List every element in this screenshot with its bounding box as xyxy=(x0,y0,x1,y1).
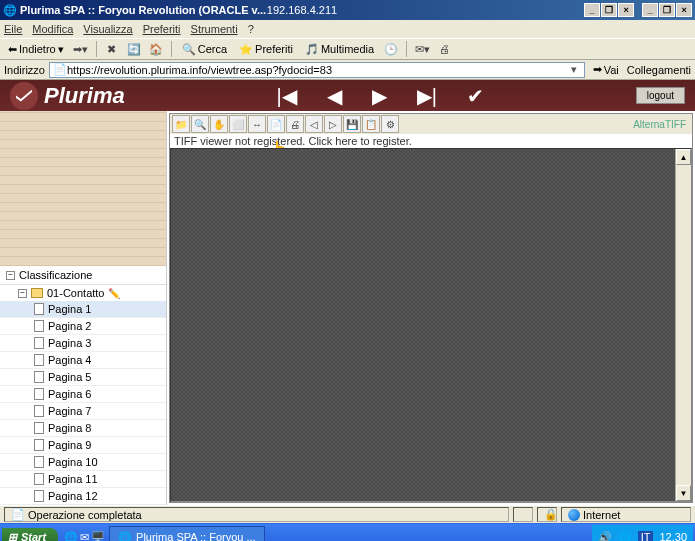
folder-label[interactable]: 01-Contatto xyxy=(47,287,104,299)
multimedia-button[interactable]: 🎵Multimedia xyxy=(301,42,378,57)
vt-copy-button[interactable]: 📋 xyxy=(362,115,380,133)
page-icon xyxy=(34,490,44,502)
tree-page-item[interactable]: Pagina 10 xyxy=(0,454,166,471)
refresh-button[interactable]: 🔄 xyxy=(125,40,143,58)
page-icon: 📄 xyxy=(53,63,67,76)
menu-preferiti[interactable]: Preferiti xyxy=(143,23,181,35)
links-label[interactable]: Collegamenti xyxy=(627,64,691,76)
nav-prev-button[interactable]: ◀ xyxy=(327,84,342,108)
page-icon xyxy=(34,354,44,366)
quicklaunch-desktop-icon[interactable]: 🖥️ xyxy=(91,531,105,542)
address-dropdown[interactable]: ▾ xyxy=(567,63,581,76)
page-label: Pagina 4 xyxy=(48,354,91,366)
page-label: Pagina 6 xyxy=(48,388,91,400)
restore-button[interactable]: ❐ xyxy=(601,3,617,17)
vt-zoom-button[interactable]: 🔍 xyxy=(191,115,209,133)
status-panel-2 xyxy=(513,507,533,522)
print-button[interactable]: 🖨 xyxy=(435,40,453,58)
address-label: Indirizzo xyxy=(4,64,45,76)
tree-page-item[interactable]: Pagina 7 xyxy=(0,403,166,420)
nav-check-button[interactable]: ✔ xyxy=(467,84,484,108)
outer-restore-button[interactable]: ❐ xyxy=(659,3,675,17)
nav-first-button[interactable]: |◀ xyxy=(277,84,297,108)
tree-page-item[interactable]: Pagina 9 xyxy=(0,437,166,454)
outer-minimize-button[interactable]: _ xyxy=(642,3,658,17)
media-icon: 🎵 xyxy=(305,43,319,56)
mail-button[interactable]: ✉▾ xyxy=(413,40,431,58)
vt-page-button[interactable]: 📄 xyxy=(267,115,285,133)
page-icon xyxy=(34,388,44,400)
tree-page-item[interactable]: Pagina 5 xyxy=(0,369,166,386)
quicklaunch-ie-icon[interactable]: 🌐 xyxy=(64,531,78,542)
vt-hand-button[interactable]: ✋ xyxy=(210,115,228,133)
vt-open-button[interactable]: 📁 xyxy=(172,115,190,133)
tree-page-item[interactable]: Pagina 2 xyxy=(0,318,166,335)
page-label: Pagina 7 xyxy=(48,405,91,417)
task-ie-icon: 🌐 xyxy=(118,531,132,542)
vt-prev-button[interactable]: ◁ xyxy=(305,115,323,133)
vt-tool-button[interactable]: ⚙ xyxy=(381,115,399,133)
tray-lang[interactable]: IT xyxy=(638,531,654,541)
viewer-canvas: ▲ ▼ xyxy=(170,148,692,502)
tray-icon-2[interactable]: 🌐 xyxy=(618,531,632,542)
vt-width-button[interactable]: ↔ xyxy=(248,115,266,133)
titlebar-ip: 192.168.4.211 xyxy=(267,4,337,16)
done-icon: 📄 xyxy=(11,508,25,521)
menu-help[interactable]: ? xyxy=(248,23,254,35)
vt-fit-button[interactable]: ⬜ xyxy=(229,115,247,133)
tree-page-item[interactable]: Pagina 12 xyxy=(0,488,166,505)
forward-button[interactable]: ➡▾ xyxy=(72,40,90,58)
home-button[interactable]: 🏠 xyxy=(147,40,165,58)
history-button[interactable]: 🕒 xyxy=(382,40,400,58)
viewer-message[interactable]: TIFF viewer not registered. Click here t… xyxy=(170,134,692,148)
window-title: Plurima SPA :: Foryou Revolution (ORACLE… xyxy=(17,4,267,16)
page-label: Pagina 5 xyxy=(48,371,91,383)
globe-icon xyxy=(568,509,580,521)
page-label: Pagina 11 xyxy=(48,473,98,485)
tray-icon-1[interactable]: 🔊 xyxy=(598,531,612,542)
page-icon xyxy=(34,371,44,383)
logo-text: Plurima xyxy=(44,83,125,109)
edit-icon[interactable]: ✏️ xyxy=(108,288,120,299)
scroll-up-button[interactable]: ▲ xyxy=(676,149,691,165)
menu-visualizza[interactable]: Visualizza xyxy=(83,23,132,35)
address-input[interactable] xyxy=(67,64,567,76)
nav-next-button[interactable]: ▶ xyxy=(372,84,387,108)
folder-collapse-icon[interactable]: − xyxy=(18,289,27,298)
windows-icon: ⊞ xyxy=(8,531,17,542)
back-button[interactable]: ⬅ Indietro ▾ xyxy=(4,42,68,57)
tree-page-item[interactable]: Pagina 6 xyxy=(0,386,166,403)
page-label: Pagina 8 xyxy=(48,422,91,434)
page-label: Pagina 12 xyxy=(48,490,98,502)
quicklaunch-mail-icon[interactable]: ✉ xyxy=(80,531,89,542)
viewer-brand-tag[interactable]: AlternaTIFF xyxy=(633,119,690,130)
menu-modifica[interactable]: Modifica xyxy=(32,23,73,35)
vt-save-button[interactable]: 💾 xyxy=(343,115,361,133)
minimize-button[interactable]: _ xyxy=(584,3,600,17)
scrollbar-vertical[interactable]: ▲ ▼ xyxy=(675,149,691,501)
page-icon xyxy=(34,303,44,315)
tree-collapse-icon[interactable]: − xyxy=(6,271,15,280)
tree-page-item[interactable]: Pagina 1 xyxy=(0,301,166,318)
menu-file[interactable]: Eile xyxy=(4,23,22,35)
close-button[interactable]: × xyxy=(618,3,634,17)
menu-strumenti[interactable]: Strumenti xyxy=(191,23,238,35)
nav-last-button[interactable]: ▶| xyxy=(417,84,437,108)
favorites-button[interactable]: ⭐Preferiti xyxy=(235,42,297,57)
outer-close-button[interactable]: × xyxy=(676,3,692,17)
go-button[interactable]: ➡Vai xyxy=(589,63,623,76)
tree-page-item[interactable]: Pagina 11 xyxy=(0,471,166,488)
page-label: Pagina 2 xyxy=(48,320,91,332)
stop-button[interactable]: ✖ xyxy=(103,40,121,58)
page-icon xyxy=(34,337,44,349)
start-button[interactable]: ⊞ Start xyxy=(2,528,58,542)
scroll-down-button[interactable]: ▼ xyxy=(676,485,691,501)
vt-next-button[interactable]: ▷ xyxy=(324,115,342,133)
vt-print-button[interactable]: 🖨 xyxy=(286,115,304,133)
logout-button[interactable]: logout xyxy=(636,87,685,104)
tree-page-item[interactable]: Pagina 8 xyxy=(0,420,166,437)
taskbar-task[interactable]: 🌐 Plurima SPA :: Foryou ... xyxy=(109,526,265,541)
tree-page-item[interactable]: Pagina 3 xyxy=(0,335,166,352)
tree-page-item[interactable]: Pagina 4 xyxy=(0,352,166,369)
search-button[interactable]: 🔍Cerca xyxy=(178,42,231,57)
